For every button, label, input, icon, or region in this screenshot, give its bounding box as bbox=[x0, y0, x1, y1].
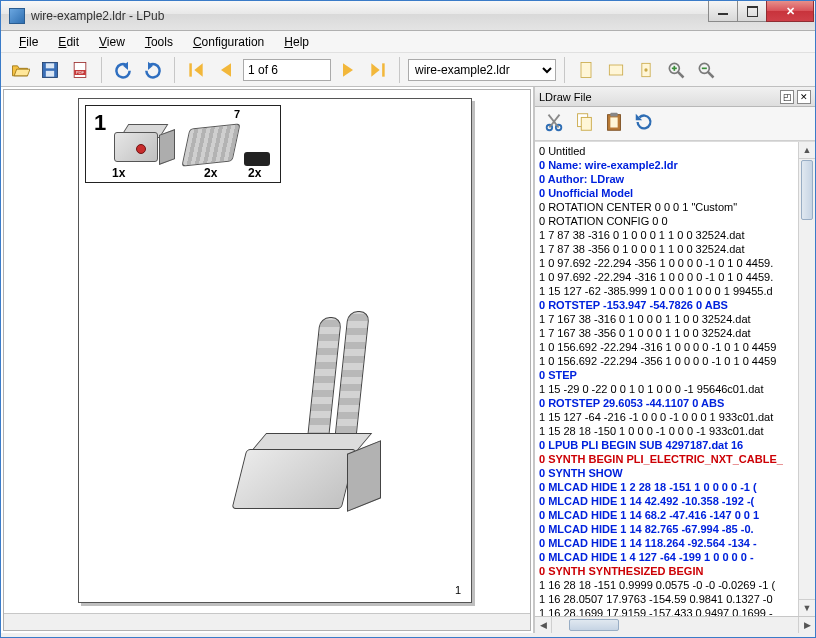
menu-file[interactable]: File bbox=[9, 33, 48, 51]
refresh-button[interactable] bbox=[633, 111, 655, 137]
ldraw-line[interactable]: 1 0 156.692 -22.294 -356 1 0 0 0 0 -1 0 … bbox=[539, 354, 811, 368]
app-icon bbox=[9, 8, 25, 24]
next-page-button[interactable] bbox=[335, 57, 361, 83]
pli-part-beam bbox=[181, 123, 240, 166]
menu-tools[interactable]: Tools bbox=[135, 33, 183, 51]
first-page-button[interactable] bbox=[183, 57, 209, 83]
ldraw-line[interactable]: 0 MLCAD HIDE 1 14 42.492 -10.358 -192 -( bbox=[539, 494, 811, 508]
paste-button[interactable] bbox=[603, 111, 625, 137]
pli-part-pin bbox=[244, 152, 270, 166]
svg-rect-9 bbox=[609, 65, 622, 75]
fit-page-button[interactable] bbox=[573, 57, 599, 83]
export-pdf-button[interactable]: PDF bbox=[67, 57, 93, 83]
ldraw-line[interactable]: 0 Name: wire-example2.ldr bbox=[539, 158, 811, 172]
ldraw-line[interactable]: 0 ROTSTEP 29.6053 -44.1107 0 ABS bbox=[539, 396, 811, 410]
model-select[interactable]: wire-example2.ldr bbox=[408, 59, 556, 81]
menu-view[interactable]: View bbox=[89, 33, 135, 51]
ldraw-line[interactable]: 1 16 28.0507 17.9763 -154.59 0.9841 0.13… bbox=[539, 592, 811, 606]
toolbar: PDF wire-example2.ldr bbox=[1, 53, 815, 87]
svg-point-11 bbox=[644, 68, 647, 71]
ldraw-line[interactable]: 0 Unofficial Model bbox=[539, 186, 811, 200]
zoom-in-button[interactable] bbox=[663, 57, 689, 83]
ldraw-line[interactable]: 0 MLCAD HIDE 1 14 82.765 -67.994 -85 -0. bbox=[539, 522, 811, 536]
menubar: File Edit View Tools Configuration Help bbox=[1, 31, 815, 53]
page-view[interactable]: 1 7 1x 2x 2x bbox=[1, 87, 534, 633]
ldraw-line[interactable]: 0 LPUB PLI BEGIN SUB 4297187.dat 16 bbox=[539, 438, 811, 452]
svg-rect-1 bbox=[46, 63, 54, 68]
ldraw-line[interactable]: 0 STEP bbox=[539, 368, 811, 382]
minimize-button[interactable] bbox=[708, 1, 738, 22]
pli-length-label: 7 bbox=[234, 108, 240, 120]
dock-v-scrollbar[interactable]: ▲▼ bbox=[798, 142, 815, 616]
ldraw-line[interactable]: 0 MLCAD HIDE 1 4 127 -64 -199 1 0 0 0 0 … bbox=[539, 550, 811, 564]
last-page-button[interactable] bbox=[365, 57, 391, 83]
ldraw-line[interactable]: 1 7 167 38 -356 0 1 0 0 0 1 1 0 0 32524.… bbox=[539, 326, 811, 340]
page-h-scrollbar[interactable] bbox=[4, 613, 530, 630]
ldraw-line[interactable]: 1 0 97.692 -22.294 -356 1 0 0 0 0 -1 0 1… bbox=[539, 256, 811, 270]
ldraw-line[interactable]: 1 7 87 38 -316 0 1 0 0 0 1 1 0 0 32524.d… bbox=[539, 228, 811, 242]
page-number: 1 bbox=[455, 584, 461, 596]
close-button[interactable] bbox=[766, 1, 814, 22]
dock-h-scrollbar[interactable]: ◀▶ bbox=[535, 616, 815, 633]
ldraw-line[interactable]: 1 16 28.1699 17.9159 -157.433 0.9497 0.1… bbox=[539, 606, 811, 616]
ldraw-line[interactable]: 1 15 28 18 -150 1 0 0 0 -1 0 0 0 -1 933c… bbox=[539, 424, 811, 438]
svg-rect-7 bbox=[382, 63, 385, 76]
ldraw-line[interactable]: 1 15 127 -62 -385.999 1 0 0 0 1 0 0 0 1 … bbox=[539, 284, 811, 298]
step-assembly bbox=[209, 299, 429, 539]
open-button[interactable] bbox=[7, 57, 33, 83]
pli-qty-c: 2x bbox=[248, 166, 261, 180]
ldraw-line[interactable]: 0 MLCAD HIDE 1 14 118.264 -92.564 -134 - bbox=[539, 536, 811, 550]
pli-part-motor bbox=[104, 122, 170, 170]
ldraw-line[interactable]: 0 SYNTH BEGIN PLI_ELECTRIC_NXT_CABLE_ bbox=[539, 452, 811, 466]
ldraw-line[interactable]: 0 ROTATION CONFIG 0 0 bbox=[539, 214, 811, 228]
ldraw-line[interactable]: 0 MLCAD HIDE 1 2 28 18 -151 1 0 0 0 0 -1… bbox=[539, 480, 811, 494]
ldraw-line[interactable]: 1 15 127 -64 -216 -1 0 0 0 -1 0 0 0 1 93… bbox=[539, 410, 811, 424]
actual-size-button[interactable] bbox=[633, 57, 659, 83]
ldraw-line[interactable]: 0 ROTSTEP -153.947 -54.7826 0 ABS bbox=[539, 298, 811, 312]
prev-page-button[interactable] bbox=[213, 57, 239, 83]
dock-toolbar bbox=[535, 107, 815, 141]
window-title: wire-example2.ldr - LPub bbox=[31, 9, 709, 23]
save-button[interactable] bbox=[37, 57, 63, 83]
ldraw-line[interactable]: 0 ROTATION CENTER 0 0 0 1 "Custom" bbox=[539, 200, 811, 214]
ldraw-line[interactable]: 1 0 97.692 -22.294 -316 1 0 0 0 0 -1 0 1… bbox=[539, 270, 811, 284]
dock-title-label: LDraw File bbox=[539, 91, 592, 103]
copy-button[interactable] bbox=[573, 111, 595, 137]
svg-rect-2 bbox=[46, 70, 54, 76]
ldraw-line[interactable]: 1 7 167 38 -316 0 1 0 0 0 1 1 0 0 32524.… bbox=[539, 312, 811, 326]
ldraw-line[interactable]: 1 16 28 18 -151 0.9999 0.0575 -0 -0 -0.0… bbox=[539, 578, 811, 592]
menu-edit[interactable]: Edit bbox=[48, 33, 89, 51]
menu-configuration[interactable]: Configuration bbox=[183, 33, 274, 51]
ldraw-line[interactable]: 0 Author: LDraw bbox=[539, 172, 811, 186]
ldraw-file-panel: LDraw File ◰ ✕ 0 Untitled0 Name: wire-ex… bbox=[534, 87, 815, 633]
menu-help[interactable]: Help bbox=[274, 33, 319, 51]
parts-list-inventory: 1 7 1x 2x 2x bbox=[85, 105, 281, 183]
ldraw-line[interactable]: 0 MLCAD HIDE 1 14 68.2 -47.416 -147 0 0 … bbox=[539, 508, 811, 522]
redo-button[interactable] bbox=[140, 57, 166, 83]
svg-rect-8 bbox=[581, 62, 591, 77]
ldraw-line[interactable]: 0 SYNTH SYNTHESIZED BEGIN bbox=[539, 564, 811, 578]
undo-button[interactable] bbox=[110, 57, 136, 83]
svg-line-13 bbox=[678, 71, 684, 77]
maximize-button[interactable] bbox=[737, 1, 767, 22]
ldraw-line[interactable]: 0 Untitled bbox=[539, 144, 811, 158]
svg-rect-6 bbox=[189, 63, 192, 76]
pli-qty-b: 2x bbox=[204, 166, 217, 180]
ldraw-line[interactable]: 1 15 -29 0 -22 0 0 1 0 1 0 0 0 -1 95646c… bbox=[539, 382, 811, 396]
dock-close-button[interactable]: ✕ bbox=[797, 90, 811, 104]
statusbar bbox=[1, 633, 815, 637]
svg-rect-26 bbox=[610, 117, 617, 127]
pli-qty-a: 1x bbox=[112, 166, 125, 180]
ldraw-line[interactable]: 1 7 87 38 -356 0 1 0 0 0 1 1 0 0 32524.d… bbox=[539, 242, 811, 256]
ldraw-source[interactable]: 0 Untitled0 Name: wire-example2.ldr0 Aut… bbox=[535, 141, 815, 616]
dock-float-button[interactable]: ◰ bbox=[780, 90, 794, 104]
page-input[interactable] bbox=[243, 59, 331, 81]
ldraw-line[interactable]: 1 0 156.692 -22.294 -316 1 0 0 0 0 -1 0 … bbox=[539, 340, 811, 354]
zoom-out-button[interactable] bbox=[693, 57, 719, 83]
titlebar: wire-example2.ldr - LPub bbox=[1, 1, 815, 31]
svg-text:PDF: PDF bbox=[76, 70, 85, 75]
ldraw-line[interactable]: 0 SYNTH SHOW bbox=[539, 466, 811, 480]
fit-width-button[interactable] bbox=[603, 57, 629, 83]
cut-button[interactable] bbox=[543, 111, 565, 137]
svg-line-17 bbox=[708, 71, 714, 77]
